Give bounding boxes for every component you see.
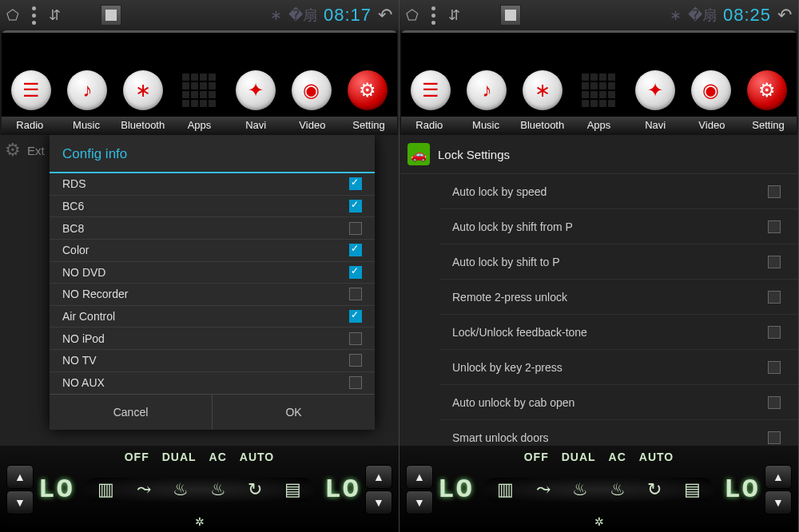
config-row[interactable]: NO AUX xyxy=(50,372,375,394)
fan-icon[interactable]: ✲ xyxy=(6,514,392,528)
config-row[interactable]: NO iPod xyxy=(50,328,375,350)
config-label: RDS xyxy=(62,177,86,190)
checkbox[interactable] xyxy=(768,361,781,374)
checkbox[interactable] xyxy=(349,177,362,190)
lock-row[interactable]: Smart unlock doors xyxy=(439,420,798,446)
app-bluetooth[interactable]: ∗ xyxy=(523,70,562,110)
checkbox[interactable] xyxy=(349,244,362,256)
defrost-front-icon[interactable]: ▥ xyxy=(97,479,114,500)
temp-left-up[interactable]: ▲ xyxy=(6,465,34,489)
temp-right-down[interactable]: ▼ xyxy=(765,490,792,514)
climate-bar: OFF DUAL AC AUTO ▲▼ LO ▥ ⤳ ♨ ♨ ↻ ▤ LO ▲▼… xyxy=(0,446,399,532)
config-row[interactable]: RDS xyxy=(50,173,375,196)
lock-row[interactable]: Auto lock by shift from P xyxy=(439,209,798,244)
config-row[interactable]: Color xyxy=(50,240,375,262)
seat-heat-left-icon[interactable]: ♨ xyxy=(572,479,588,500)
defrost-front-icon[interactable]: ▥ xyxy=(497,479,514,500)
lock-settings-header: 🚗 Lock Settings xyxy=(400,135,798,174)
checkbox[interactable] xyxy=(349,310,362,323)
recent-apps-button[interactable] xyxy=(101,5,121,26)
mode-dual[interactable]: DUAL xyxy=(562,451,596,463)
config-row[interactable]: NO DVD xyxy=(50,262,375,284)
checkbox[interactable] xyxy=(768,431,781,444)
home-icon[interactable]: ⬠ xyxy=(6,6,19,24)
checkbox[interactable] xyxy=(349,354,362,367)
app-apps[interactable] xyxy=(179,70,219,110)
app-apps[interactable] xyxy=(578,70,618,110)
back-icon[interactable]: ↶ xyxy=(378,5,392,26)
seat-heat-right-icon[interactable]: ♨ xyxy=(210,479,226,500)
mode-off[interactable]: OFF xyxy=(524,451,549,463)
temp-right: LO xyxy=(724,474,760,505)
defrost-rear-icon[interactable]: ▤ xyxy=(284,479,301,500)
checkbox[interactable] xyxy=(768,396,781,409)
checkbox[interactable] xyxy=(768,220,781,233)
recirc-icon[interactable]: ↻ xyxy=(248,479,262,500)
back-icon[interactable]: ↶ xyxy=(777,5,792,26)
fan-icon[interactable]: ✲ xyxy=(406,514,792,528)
checkbox[interactable] xyxy=(768,185,781,198)
app-bluetooth[interactable]: ∗ xyxy=(123,70,163,110)
cancel-button[interactable]: Cancel xyxy=(50,395,213,430)
checkbox[interactable] xyxy=(349,332,362,345)
app-setting[interactable]: ⚙ xyxy=(348,70,388,110)
app-navi[interactable]: ✦ xyxy=(236,70,276,110)
mode-ac[interactable]: AC xyxy=(209,451,227,463)
checkbox[interactable] xyxy=(768,326,781,339)
lock-row[interactable]: Lock/Unlock feedback-tone xyxy=(439,315,798,350)
home-icon[interactable]: ⬠ xyxy=(406,6,419,24)
mode-auto[interactable]: AUTO xyxy=(240,451,274,463)
config-row[interactable]: Air Control xyxy=(50,306,375,328)
lock-row[interactable]: Auto unlock by cab open xyxy=(439,385,798,420)
app-radio[interactable]: ☰ xyxy=(411,70,451,110)
ok-button[interactable]: OK xyxy=(213,395,375,430)
config-row[interactable]: BC6 xyxy=(50,196,375,218)
seat-heat-right-icon[interactable]: ♨ xyxy=(610,479,626,500)
checkbox[interactable] xyxy=(768,291,781,304)
mode-auto[interactable]: AUTO xyxy=(639,451,674,463)
config-row[interactable]: NO TV xyxy=(50,350,375,372)
app-label: Music xyxy=(58,119,114,131)
airflow-body-icon[interactable]: ⤳ xyxy=(536,479,551,500)
bluetooth-icon: ∗ xyxy=(270,6,282,24)
app-setting[interactable]: ⚙ xyxy=(747,70,787,110)
temp-left-down[interactable]: ▼ xyxy=(6,490,34,514)
checkbox[interactable] xyxy=(349,266,362,279)
defrost-rear-icon[interactable]: ▤ xyxy=(684,479,701,500)
airflow-body-icon[interactable]: ⤳ xyxy=(137,479,151,500)
temp-left-up[interactable]: ▲ xyxy=(406,465,433,489)
checkbox[interactable] xyxy=(768,256,781,268)
menu-dots-icon[interactable] xyxy=(32,6,36,25)
app-navi[interactable]: ✦ xyxy=(635,70,675,110)
status-bar: ⬠ ⇵ ∗ �扇 08:25 ↶ xyxy=(400,0,798,30)
config-label: BC8 xyxy=(62,222,84,235)
recirc-icon[interactable]: ↻ xyxy=(647,479,662,500)
checkbox[interactable] xyxy=(349,200,362,212)
checkbox[interactable] xyxy=(349,222,362,235)
temp-right-up[interactable]: ▲ xyxy=(365,465,392,489)
menu-dots-icon[interactable] xyxy=(431,6,435,25)
mode-dual[interactable]: DUAL xyxy=(162,451,197,463)
app-video[interactable]: ◉ xyxy=(292,70,332,110)
temp-left-down[interactable]: ▼ xyxy=(406,490,433,514)
seat-heat-left-icon[interactable]: ♨ xyxy=(173,479,189,500)
recent-apps-button[interactable] xyxy=(500,5,521,26)
lock-row[interactable]: Auto lock by shift to P xyxy=(439,244,798,280)
config-row[interactable]: NO Recorder xyxy=(50,284,375,306)
lock-row[interactable]: Remote 2-press unlock xyxy=(439,280,798,315)
checkbox[interactable] xyxy=(349,288,362,300)
app-radio[interactable]: ☰ xyxy=(11,70,51,110)
app-video[interactable]: ◉ xyxy=(691,70,731,110)
lock-row[interactable]: Auto lock by speed xyxy=(439,174,798,209)
wifi-icon: �扇 xyxy=(288,6,317,25)
temp-right-up[interactable]: ▲ xyxy=(765,465,792,489)
config-row[interactable]: BC8 xyxy=(50,217,375,240)
temp-right-down[interactable]: ▼ xyxy=(365,490,392,514)
app-music[interactable]: ♪ xyxy=(67,70,107,110)
mode-ac[interactable]: AC xyxy=(609,451,626,463)
lock-row[interactable]: Unlock by key 2-press xyxy=(439,350,798,385)
clock: 08:17 xyxy=(324,5,372,26)
checkbox[interactable] xyxy=(349,376,362,389)
mode-off[interactable]: OFF xyxy=(125,451,149,463)
app-music[interactable]: ♪ xyxy=(467,70,507,110)
